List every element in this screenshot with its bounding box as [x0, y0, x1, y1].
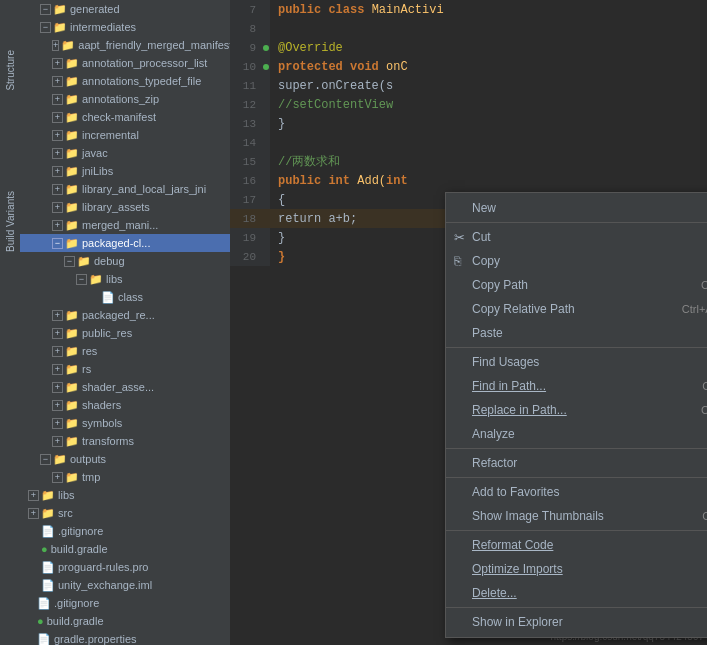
code-line-15: 15 //两数求和	[230, 152, 707, 171]
tree-item[interactable]: 📄 .gitignore	[20, 522, 230, 540]
menu-item-find-in-path[interactable]: Find in Path... Ctrl+Shift+F	[446, 374, 707, 398]
tree-item[interactable]: − 📁 intermediates	[20, 18, 230, 36]
tree-item[interactable]: + 📁 annotations_zip	[20, 90, 230, 108]
tree-item[interactable]: 📄 class	[20, 288, 230, 306]
menu-item-optimize-label: Optimize Imports	[472, 562, 707, 576]
tree-item[interactable]: + 📁 check-manifest	[20, 108, 230, 126]
cut-icon: ✂	[454, 230, 472, 245]
menu-item-add-favorites-label: Add to Favorites	[472, 485, 707, 499]
tree-item[interactable]: + 📁 src	[20, 504, 230, 522]
menu-item-replace-in-path-label: Replace in Path...	[472, 403, 701, 417]
menu-separator-5	[446, 530, 707, 531]
tree-item[interactable]: + 📁 rs	[20, 360, 230, 378]
menu-item-analyze-label: Analyze	[472, 427, 707, 441]
tree-item[interactable]: + 📁 javac	[20, 144, 230, 162]
menu-item-show-thumbnails-shortcut: Ctrl+Shift+T	[702, 510, 707, 522]
code-panel: 7 public class MainActivi 8 9 @Override	[230, 0, 707, 645]
menu-item-copy-relative-path-label: Copy Relative Path	[472, 302, 682, 316]
menu-item-new-label: New	[472, 201, 707, 215]
side-tabs-panel: Structure Build Variants	[0, 0, 20, 645]
tree-item[interactable]: + 📁 annotations_typedef_file	[20, 72, 230, 90]
menu-item-refactor-label: Refactor	[472, 456, 707, 470]
menu-item-copy-path-shortcut: Ctrl+Shift+C	[701, 279, 707, 291]
menu-item-show-thumbnails-label: Show Image Thumbnails	[472, 509, 702, 523]
context-menu: New ▶ ✂ Cut Ctrl+X ⎘ Copy Ctrl+C Copy Pa…	[445, 192, 707, 638]
menu-item-copy-path[interactable]: Copy Path Ctrl+Shift+C	[446, 273, 707, 297]
code-line-12: 12 //setContentView	[230, 95, 707, 114]
tree-item[interactable]: − 📁 outputs	[20, 450, 230, 468]
menu-item-new[interactable]: New ▶	[446, 196, 707, 220]
menu-item-copy-relative-path[interactable]: Copy Relative Path Ctrl+Alt+Shift+C	[446, 297, 707, 321]
code-line-13: 13 }	[230, 114, 707, 133]
menu-item-show-explorer-label: Show in Explorer	[472, 615, 707, 629]
menu-separator-2	[446, 347, 707, 348]
menu-item-copy-path-label: Copy Path	[472, 278, 701, 292]
menu-item-copy[interactable]: ⎘ Copy Ctrl+C	[446, 249, 707, 273]
menu-item-add-favorites[interactable]: Add to Favorites ▶	[446, 480, 707, 504]
menu-item-reformat-label: Reformat Code	[472, 538, 707, 552]
code-line-9: 9 @Override	[230, 38, 707, 57]
tree-item[interactable]: + 📁 library_and_local_jars_jni	[20, 180, 230, 198]
tree-item[interactable]: + 📁 aapt_friendly_merged_manifests	[20, 36, 230, 54]
menu-separator	[446, 222, 707, 223]
menu-item-refactor[interactable]: Refactor ▶	[446, 451, 707, 475]
build-variants-tab[interactable]: Build Variants	[5, 191, 16, 252]
menu-item-find-usages[interactable]: Find Usages Alt+F7	[446, 350, 707, 374]
code-line-11: 11 super.onCreate(s	[230, 76, 707, 95]
tree-item[interactable]: + 📁 public_res	[20, 324, 230, 342]
tree-item[interactable]: + 📁 shader_asse...	[20, 378, 230, 396]
tree-item[interactable]: + 📁 jniLibs	[20, 162, 230, 180]
menu-separator-3	[446, 448, 707, 449]
tree-item[interactable]: 📄 gradle.properties	[20, 630, 230, 645]
tree-item[interactable]: + 📁 symbols	[20, 414, 230, 432]
menu-item-analyze[interactable]: Analyze ▶	[446, 422, 707, 446]
tree-item[interactable]: − 📁 generated	[20, 0, 230, 18]
tree-item-selected[interactable]: − 📁 packaged-cl...	[20, 234, 230, 252]
code-line-14: 14	[230, 133, 707, 152]
menu-item-replace-in-path-shortcut: Ctrl+Shift+R	[701, 404, 707, 416]
menu-item-paste-label: Paste	[472, 326, 707, 340]
tree-item[interactable]: 📄 unity_exchange.iml	[20, 576, 230, 594]
menu-separator-6	[446, 607, 707, 608]
tree-item[interactable]: 📄 proguard-rules.pro	[20, 558, 230, 576]
menu-item-replace-in-path[interactable]: Replace in Path... Ctrl+Shift+R	[446, 398, 707, 422]
menu-item-find-in-path-label: Find in Path...	[472, 379, 702, 393]
tree-item[interactable]: + 📁 incremental	[20, 126, 230, 144]
menu-item-find-usages-label: Find Usages	[472, 355, 707, 369]
tree-item[interactable]: + 📁 library_assets	[20, 198, 230, 216]
code-line-16: 16 public int Add(int	[230, 171, 707, 190]
tree-item[interactable]: + 📁 tmp	[20, 468, 230, 486]
tree-item[interactable]: + 📁 annotation_processor_list	[20, 54, 230, 72]
code-line-8: 8	[230, 19, 707, 38]
menu-item-reformat[interactable]: Reformat Code Ctrl+Alt+L	[446, 533, 707, 557]
tree-item[interactable]: + 📁 merged_mani...	[20, 216, 230, 234]
menu-item-cut-label: Cut	[472, 230, 707, 244]
tree-item[interactable]: 📄 .gitignore	[20, 594, 230, 612]
code-line-10: 10 protected void onC	[230, 57, 707, 76]
tree-item[interactable]: ● build.gradle	[20, 612, 230, 630]
menu-item-show-explorer[interactable]: Show in Explorer	[446, 610, 707, 634]
menu-item-copy-relative-path-shortcut: Ctrl+Alt+Shift+C	[682, 303, 707, 315]
menu-item-paste[interactable]: Paste Ctrl+V	[446, 321, 707, 345]
menu-item-copy-label: Copy	[472, 254, 707, 268]
tree-item[interactable]: + 📁 shaders	[20, 396, 230, 414]
copy-icon: ⎘	[454, 254, 472, 268]
tree-item[interactable]: + 📁 res	[20, 342, 230, 360]
code-line-7: 7 public class MainActivi	[230, 0, 707, 19]
tree-item[interactable]: − 📁 libs	[20, 270, 230, 288]
menu-item-optimize[interactable]: Optimize Imports Ctrl+Alt+O	[446, 557, 707, 581]
tree-item[interactable]: + 📁 libs	[20, 486, 230, 504]
menu-separator-4	[446, 477, 707, 478]
tree-item[interactable]: + 📁 transforms	[20, 432, 230, 450]
structure-tab[interactable]: Structure	[5, 50, 16, 91]
tree-item[interactable]: ● build.gradle	[20, 540, 230, 558]
menu-item-show-thumbnails[interactable]: Show Image Thumbnails Ctrl+Shift+T	[446, 504, 707, 528]
menu-item-cut[interactable]: ✂ Cut Ctrl+X	[446, 225, 707, 249]
menu-item-find-in-path-shortcut: Ctrl+Shift+F	[702, 380, 707, 392]
menu-item-delete-label: Delete...	[472, 586, 707, 600]
menu-item-delete[interactable]: Delete... Delete	[446, 581, 707, 605]
tree-item[interactable]: + 📁 packaged_re...	[20, 306, 230, 324]
tree-item[interactable]: − 📁 debug	[20, 252, 230, 270]
file-tree-panel: − 📁 generated − 📁 intermediates + 📁 aapt…	[20, 0, 230, 645]
